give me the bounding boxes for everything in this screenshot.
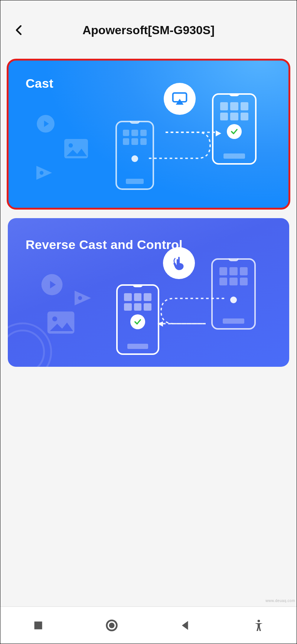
svg-point-12 [8, 330, 44, 367]
home-button[interactable] [103, 617, 121, 634]
chevron-left-icon [13, 23, 25, 37]
source-phone-illustration [211, 258, 256, 330]
svg-point-17 [109, 622, 115, 628]
music-icon [72, 288, 94, 308]
play-icon [40, 273, 63, 296]
cast-card-title: Cast [26, 76, 53, 91]
svg-point-3 [40, 171, 43, 175]
card-list: Cast [0, 52, 297, 374]
square-icon [32, 619, 45, 632]
target-phone-illustration [212, 93, 257, 165]
checkmark-icon [227, 124, 242, 139]
accessibility-icon [252, 619, 265, 632]
target-phone-illustration [116, 284, 159, 355]
recent-apps-button[interactable] [29, 617, 47, 634]
svg-point-11 [8, 323, 51, 367]
source-phone-illustration [115, 121, 154, 190]
music-icon [34, 163, 55, 182]
triangle-left-icon [179, 619, 192, 632]
svg-point-8 [78, 296, 82, 300]
play-icon [36, 114, 55, 133]
touch-icon [163, 247, 195, 279]
back-button[interactable] [12, 23, 26, 38]
reverse-cast-card[interactable]: Reverse Cast and Control [8, 218, 289, 367]
cast-card[interactable]: Cast [8, 60, 289, 208]
airplay-icon [164, 83, 196, 115]
circle-icon [105, 619, 118, 632]
accessibility-button[interactable] [250, 617, 268, 634]
back-nav-button[interactable] [176, 617, 194, 634]
svg-point-18 [258, 619, 260, 622]
checkmark-icon [130, 314, 145, 329]
svg-point-2 [69, 143, 73, 148]
svg-point-10 [52, 317, 57, 321]
reverse-cast-card-title: Reverse Cast and Control [26, 237, 183, 252]
android-nav-bar [0, 606, 297, 644]
svg-rect-15 [35, 621, 42, 629]
page-title: Apowersoft[SM-G930S] [26, 23, 271, 37]
arc-decoration [8, 322, 52, 367]
header: Apowersoft[SM-G930S] [0, 0, 297, 52]
watermark: www.deuaq.com [265, 599, 295, 603]
image-icon [63, 138, 89, 159]
